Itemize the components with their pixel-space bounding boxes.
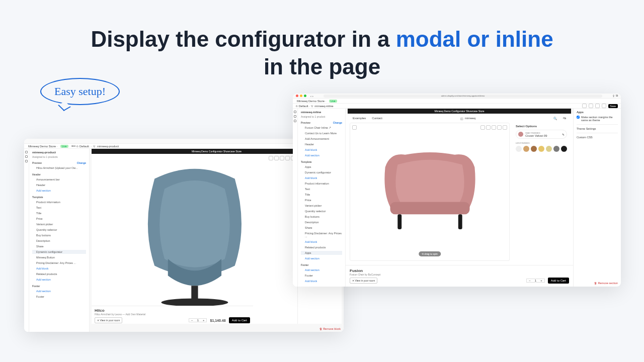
sidebar-item-mimeeq-btn[interactable]: Mimeeq Button bbox=[32, 255, 86, 259]
color-swatch[interactable] bbox=[531, 146, 537, 152]
rail-icon[interactable] bbox=[25, 155, 28, 158]
add-block[interactable]: Add block bbox=[301, 279, 342, 283]
view-in-room-button[interactable]: ✕ View in your room bbox=[95, 317, 122, 323]
selected-finish[interactable]: SEAT FINISHESCrown Velvet 09 ✎ bbox=[516, 130, 567, 139]
add-section[interactable]: Add section bbox=[32, 289, 86, 293]
add-section[interactable]: Add section bbox=[32, 189, 86, 193]
close-dot[interactable] bbox=[296, 95, 298, 97]
sidebar-item-buy[interactable]: Buy buttons bbox=[32, 233, 86, 237]
search-icon[interactable]: 🔍 bbox=[553, 117, 557, 120]
sidebar-item-footer[interactable]: Footer bbox=[32, 295, 86, 299]
grid-icon[interactable] bbox=[480, 125, 485, 130]
sidebar-item-text[interactable]: Text bbox=[32, 206, 86, 210]
view-in-room-button[interactable]: ✕ View in your room bbox=[350, 278, 377, 284]
color-swatch[interactable] bbox=[561, 146, 567, 152]
panel-theme-settings[interactable]: Theme Settings bbox=[577, 127, 618, 130]
sidebar-item-contact[interactable]: Contact Us to Learn More bbox=[301, 131, 342, 135]
share-icon[interactable]: ⇪ bbox=[612, 94, 615, 98]
3d-viewer[interactable]: ⟲ drag to spin bbox=[350, 123, 510, 261]
sidebar-item-title[interactable]: Title bbox=[301, 193, 342, 197]
crumb-page[interactable]: mimeeq-inline bbox=[314, 105, 333, 108]
nav-fwd-icon[interactable]: › bbox=[312, 95, 313, 98]
sidebar-item-announce[interactable]: Add Announcement bbox=[301, 137, 342, 141]
sidebar-item-buy[interactable]: Buy buttons bbox=[301, 215, 342, 219]
sidebar-item-dynconfig[interactable]: Dynamic configurator bbox=[301, 170, 342, 174]
color-swatch[interactable] bbox=[516, 146, 522, 152]
add-block[interactable]: Add block bbox=[32, 266, 86, 270]
sidebar-item-variant[interactable]: Variant picker bbox=[301, 204, 342, 208]
rail-icon[interactable] bbox=[294, 115, 296, 118]
undo-icon[interactable] bbox=[602, 104, 606, 108]
sidebar-item-title[interactable]: Title bbox=[32, 211, 86, 215]
preview-value[interactable]: Fusion Chair Inline ↗ bbox=[301, 126, 342, 130]
sidebar-item-share[interactable]: Share bbox=[32, 244, 86, 248]
camera-icon[interactable] bbox=[492, 125, 496, 130]
min-dot[interactable] bbox=[300, 95, 302, 97]
change-link[interactable]: Change bbox=[77, 161, 86, 164]
sidebar-item-header[interactable]: Header bbox=[301, 142, 342, 146]
sidebar-item-prodinfo[interactable]: Product information bbox=[32, 200, 86, 204]
sidebar-item-share[interactable]: Share bbox=[301, 226, 342, 230]
color-swatch[interactable] bbox=[546, 146, 552, 152]
color-swatch[interactable] bbox=[553, 146, 559, 152]
sidebar-item-header[interactable]: Header bbox=[32, 183, 86, 187]
add-block[interactable]: Add block bbox=[301, 148, 342, 152]
sidebar-item-footer[interactable]: Footer bbox=[301, 274, 342, 278]
remove-block-button[interactable]: 🗑 Remove block bbox=[90, 326, 344, 332]
color-swatch[interactable] bbox=[523, 146, 529, 152]
crumb-default[interactable]: Default bbox=[79, 145, 89, 148]
edit-icon[interactable]: ✎ bbox=[562, 133, 565, 136]
device-icon[interactable] bbox=[582, 104, 587, 108]
fullscreen-icon[interactable] bbox=[274, 156, 279, 160]
qty-stepper[interactable]: −1+ bbox=[526, 279, 544, 283]
sidebar-item-apps2[interactable]: Apps bbox=[301, 251, 342, 255]
rail-icon[interactable] bbox=[294, 111, 296, 113]
margins-checkbox[interactable] bbox=[577, 116, 580, 119]
sidebar-item-prodinfo[interactable]: Product information bbox=[301, 182, 342, 186]
share-icon[interactable] bbox=[497, 125, 502, 130]
add-section[interactable]: Add section bbox=[301, 153, 342, 157]
add-section[interactable]: Add section bbox=[301, 268, 342, 272]
color-swatch[interactable] bbox=[538, 146, 544, 152]
crumb-page[interactable]: mimeeq-product bbox=[97, 145, 119, 148]
nav-contact[interactable]: Contact bbox=[372, 117, 382, 120]
sidebar-item-related[interactable]: Related products bbox=[301, 245, 342, 249]
sidebar-item-price[interactable]: Price bbox=[32, 217, 86, 221]
sidebar-item-desc[interactable]: Description bbox=[301, 220, 342, 224]
share-icon[interactable] bbox=[285, 156, 290, 160]
add-section[interactable]: Add section bbox=[301, 256, 342, 260]
url-bar[interactable]: admin.shopify.com/store/mimeeq-appstore/… bbox=[324, 95, 603, 98]
add-section[interactable]: Add section bbox=[32, 278, 86, 282]
sidebar-item-variant[interactable]: Variant picker bbox=[32, 222, 86, 226]
sidebar-item-desc[interactable]: Description bbox=[32, 239, 86, 243]
fullscreen-icon[interactable] bbox=[486, 125, 491, 130]
sidebar-item-dynconfig[interactable]: Dynamic configurator bbox=[32, 250, 86, 254]
max-dot[interactable] bbox=[304, 95, 306, 97]
nav-back-icon[interactable]: ‹ bbox=[310, 95, 311, 98]
sidebar-item-announcement[interactable]: Announcement bar bbox=[32, 177, 86, 182]
sidebar-item-related[interactable]: Related products bbox=[32, 272, 86, 276]
panel-custom-css[interactable]: Custom CSS bbox=[577, 136, 618, 139]
device-icon[interactable] bbox=[589, 104, 593, 108]
crumb-default[interactable]: Default bbox=[299, 105, 308, 108]
store-logo[interactable]: ◫ mimeeq bbox=[460, 117, 475, 120]
save-button[interactable]: Save bbox=[608, 104, 618, 108]
qty-stepper[interactable]: −1+ bbox=[189, 318, 207, 322]
remove-section-button[interactable]: 🗑 Remove section bbox=[594, 282, 618, 285]
rail-icon[interactable] bbox=[25, 160, 28, 162]
add-to-cart-button[interactable]: Add to Cart bbox=[548, 278, 569, 284]
sidebar-item-qty[interactable]: Quantity selector bbox=[301, 209, 342, 213]
more-icon[interactable] bbox=[503, 125, 507, 130]
add-block[interactable]: Add block bbox=[301, 176, 342, 180]
sidebar-item-disclaimer[interactable]: Pricing Disclaimer: Any Prices ... bbox=[301, 231, 342, 238]
add-to-cart-button[interactable]: Add to Cart bbox=[229, 317, 250, 323]
rail-icon[interactable] bbox=[294, 120, 296, 122]
rail-icon[interactable] bbox=[25, 151, 28, 153]
sidebar-item-disclaimer[interactable]: Pricing Disclaimer: Any Prices ... bbox=[32, 261, 86, 265]
add-block[interactable]: Add block bbox=[301, 240, 342, 244]
sidebar-item-apps[interactable]: Apps bbox=[301, 165, 342, 169]
change-link[interactable]: Change bbox=[333, 121, 342, 124]
tabs-icon[interactable]: ⧉ bbox=[616, 94, 618, 98]
3d-viewer[interactable]: ⟲ drag to spin Hilco Hilco Armchair by L… bbox=[92, 154, 297, 324]
sidebar-item-text[interactable]: Text bbox=[301, 187, 342, 191]
